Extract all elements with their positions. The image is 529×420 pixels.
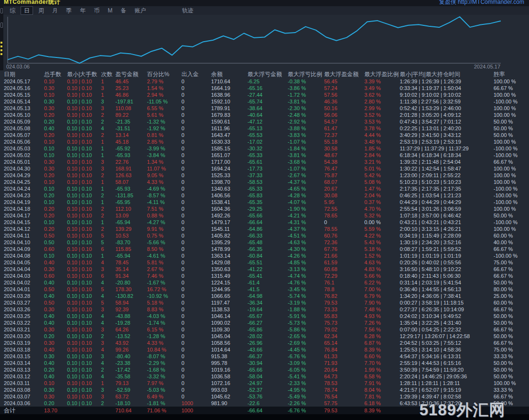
tab-guiji[interactable]: 轨迹 — [179, 7, 196, 14]
table-row[interactable]: 2024.04.080.100.10 | 0.101-65.94-4.61 %0… — [0, 252, 529, 259]
table-row[interactable]: 2024.05.080.400.10 | 0.104-31.51-1.92 %0… — [0, 125, 529, 132]
col-header-max-float-profit-ratio[interactable]: 最大浮盈比例 — [364, 70, 400, 78]
table-row[interactable]: 2024.04.110.500.10 | 0.10510.530.75 %014… — [0, 232, 529, 239]
table-row[interactable]: 2024.04.050.400.10 | 0.10478.455.81 %014… — [0, 259, 529, 266]
col-header-date[interactable]: 日期 — [4, 70, 44, 78]
cell-pct: -8.57 % — [147, 192, 181, 199]
table-row[interactable]: 2024.05.130.300.10 | 0.103110.086.55 %01… — [0, 105, 529, 112]
col-header-pct[interactable]: 百分比% — [147, 70, 181, 78]
cell-inout: 0 — [181, 199, 211, 205]
tab-ji[interactable]: 季 — [63, 7, 75, 14]
tab-m[interactable]: M — [105, 7, 115, 14]
cell-max-float-loss: -65.66 — [248, 212, 288, 219]
cell-hold-time: 0:27:37 | 6:26:35 | 10:14:09 — [400, 306, 494, 313]
table-row[interactable]: 2024.03.280.400.10 | 0.104-130.82-10.92 … — [0, 293, 529, 299]
tab-bi[interactable]: 币 — [91, 7, 102, 14]
table-row[interactable]: 2024.05.030.100.10 | 0.101-65.92-3.99 %0… — [0, 145, 529, 152]
table-row[interactable]: 2024.03.250.400.10 | 0.104-43.88-4.03 %0… — [0, 313, 529, 319]
cell-max-float-profit-ratio: 5.66 % — [364, 272, 400, 279]
col-header-max-float-loss[interactable]: 最大浮亏金额 — [248, 70, 288, 78]
tab-zhou[interactable]: 周 — [35, 7, 47, 14]
table-row[interactable]: 2024.04.190.100.10 | 0.101-65.95-4.11 %0… — [0, 199, 529, 205]
table-row[interactable]: 2024.04.030.600.10 | 0.10691.347.46 %013… — [0, 272, 529, 279]
cell-win-rate: 66.67 % — [494, 393, 529, 400]
cell-count: 4 — [101, 259, 115, 266]
table-row[interactable]: 2024.03.210.300.10 | 0.10364.266.15 %011… — [0, 326, 529, 333]
col-header-max-float-loss-ratio[interactable]: 最大浮亏比例 — [288, 70, 324, 78]
cell-max-float-profit: 67.76 — [324, 246, 364, 252]
col-header-lots[interactable]: 总手数 — [44, 70, 67, 78]
table-row[interactable]: 2024.05.100.200.10 | 0.10289.225.61 %016… — [0, 112, 529, 118]
table-row[interactable]: 2024.05.160.300.10 | 0.10325.231.54 %016… — [0, 85, 529, 91]
table-row[interactable]: 2024.04.240.100.10 | 0.101-65.93-4.69 %0… — [0, 185, 529, 192]
cell-hold-time: 0:20:26 | 0:40:02 | 0:55:56 — [400, 259, 494, 266]
table-row[interactable]: 2024.03.270.500.10 | 0.10558.945.18 %011… — [0, 299, 529, 306]
col-header-minmax[interactable]: 最小|大手数 — [67, 70, 101, 78]
cell-max-float-loss: -27.44 — [248, 91, 288, 98]
table-row[interactable]: 2024.03.070.300.10 | 0.10363.726.49 %010… — [0, 393, 529, 400]
table-row[interactable]: 2024.04.290.200.10 | 0.102126.639.05 %01… — [0, 172, 529, 179]
table-row[interactable]: 2024.04.180.200.10 | 0.102112.107.51 %01… — [0, 205, 529, 212]
table-row[interactable]: 2024.04.250.100.10 | 0.10158.074.33 %013… — [0, 179, 529, 185]
table-row[interactable]: 2024.03.150.300.10 | 0.103-80.40-8.07 %0… — [0, 353, 529, 360]
table-row[interactable]: 2024.05.070.200.10 | 0.10213.140.81 %016… — [0, 132, 529, 138]
table-row[interactable]: 2024.04.230.200.10 | 0.102-131.85-8.57 %… — [0, 192, 529, 199]
table-row[interactable]: 2024.03.110.100.10 | 0.10179.137.97 %010… — [0, 380, 529, 386]
cell-pnl: 64.26 — [115, 326, 147, 333]
cell-date: 2024.05.16 — [4, 85, 44, 91]
table-row[interactable]: 2024.03.200.200.10 | 0.102-13.52-1.28 %0… — [0, 333, 529, 340]
col-header-balance[interactable]: 余额 — [211, 70, 248, 78]
table-row[interactable]: 2024.03.190.300.10 | 0.10343.924.33 %010… — [0, 340, 529, 346]
table-row[interactable]: 2024.04.120.200.10 | 0.102139.299.91 %01… — [0, 226, 529, 232]
col-header-hold-time[interactable]: 最小|平均|最大持仓时间 — [400, 70, 494, 78]
col-header-max-float-profit[interactable]: 最大浮盈金额 — [324, 70, 364, 78]
table-row[interactable]: 2024.03.140.400.10 | 0.104-23.38-2.29 %0… — [0, 360, 529, 366]
cell-max-float-loss-ratio: -4.76 % — [288, 279, 324, 286]
table-row[interactable]: 2024.04.100.500.10 | 0.105-83.70-5.66 %0… — [0, 239, 529, 246]
cell-max-float-profit-ratio: 3.52 % — [364, 112, 400, 118]
table-row[interactable]: 2024.04.010.500.10 | 0.105178.3016.72 %0… — [0, 286, 529, 293]
table-row[interactable]: 2024.05.140.300.10 | 0.103-197.81-11.05 … — [0, 98, 529, 105]
table-row[interactable]: 2024.04.090.600.10 | 0.106115.858.50 %01… — [0, 246, 529, 252]
table-row[interactable]: 2024.03.120.400.10 | 0.104-35.58-3.32 %0… — [0, 373, 529, 380]
col-header-pnl[interactable]: 盈亏金额 — [115, 70, 147, 78]
table-row[interactable]: 2024.04.300.300.10 | 0.103168.9111.07 %0… — [0, 165, 529, 172]
table-row[interactable]: 2024.05.060.100.10 | 0.10145.182.85 %016… — [0, 138, 529, 145]
tab-zong[interactable]: 综 — [7, 7, 18, 14]
cell-count: 2 — [101, 226, 115, 232]
cell-max-float-loss-ratio: -4.51 % — [288, 232, 324, 239]
vendor-link[interactable]: 复盈侠 http://MTCommander.com — [439, 0, 524, 6]
tab-bei[interactable]: 备 — [118, 7, 129, 14]
cell-balance — [211, 407, 248, 414]
tab-nian[interactable]: 年 — [77, 7, 89, 14]
table-row[interactable]: 2024.03.220.400.10 | 0.104-19.28-1.74 %0… — [0, 319, 529, 326]
table-row[interactable]: 2024.04.170.200.10 | 0.10213.090.88 %014… — [0, 212, 529, 219]
col-header-count[interactable]: 次数 — [101, 70, 115, 78]
cell-hold-time: 2:17:35 | 2:17:35 | 2:17:35 — [400, 185, 494, 192]
table-row[interactable]: 2024.05.150.100.10 | 0.10146.862.94 %016… — [0, 91, 529, 98]
cell-max-float-profit: 79.53 — [324, 299, 364, 306]
table-row[interactable]: 2024.03.080.300.10 | 0.103-52.59-5.03 %0… — [0, 386, 529, 393]
table-row[interactable]: 2024.03.180.400.10 | 0.10499.2610.84 %01… — [0, 346, 529, 353]
tab-zhanghu[interactable]: 账户 — [132, 7, 149, 14]
table-row[interactable]: 2024.05.020.100.10 | 0.101-65.93-3.84 %0… — [0, 152, 529, 159]
tab-ri[interactable]: 日 — [21, 6, 33, 15]
table-row[interactable]: 2024.03.260.300.10 | 0.10392.398.83 %011… — [0, 306, 529, 313]
table-row[interactable]: 2024.03.130.200.10 | 0.102-17.42-1.68 %0… — [0, 366, 529, 373]
table-row[interactable]: 2024.04.150.100.10 | 0.101-65.94-4.27 %0… — [0, 219, 529, 226]
table-row[interactable]: 2024.05.010.300.10 | 0.10322.761.34 %017… — [0, 159, 529, 165]
cell-max-float-loss-ratio: -0.38 % — [288, 78, 324, 85]
col-header-inout[interactable]: 出入金 — [181, 70, 211, 78]
cell-balance: 1058.56 — [211, 340, 248, 346]
cell-minmax: 0.10 | 0.10 — [67, 393, 101, 400]
table-row[interactable]: 2024.04.020.400.10 | 0.104-20.80-1.67 %0… — [0, 279, 529, 286]
cell-balance: 1492.26 — [211, 212, 248, 219]
col-header-win-rate[interactable]: 胜率 — [494, 70, 529, 78]
cell-max-float-profit-ratio: 6.58 % — [364, 373, 400, 380]
table-row[interactable]: 2024.05.170.100.10 | 0.10146.452.79 %017… — [0, 78, 529, 85]
cell-max-float-profit: 30.08 — [324, 192, 364, 199]
table-row[interactable]: 2024.05.090.200.10 | 0.102-21.35-1.32 %0… — [0, 118, 529, 125]
cell-minmax: 0.10 | 0.10 — [67, 380, 101, 386]
table-row[interactable]: 2024.04.040.300.10 | 0.10335.142.67 %013… — [0, 266, 529, 272]
tab-yue[interactable]: 月 — [49, 7, 61, 14]
